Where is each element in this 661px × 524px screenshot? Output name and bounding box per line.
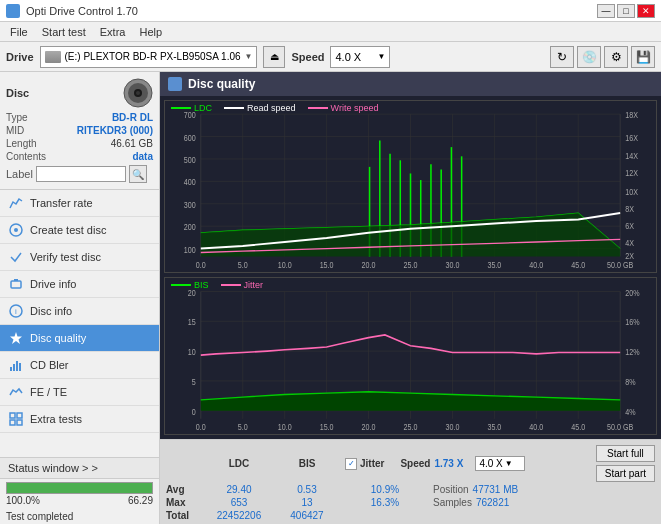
speed-select[interactable]: 4.0 X ▼ [330, 46, 390, 68]
progress-percent: 100.0% [6, 495, 40, 506]
svg-text:18X: 18X [625, 110, 638, 120]
sidebar-item-disc-info[interactable]: i Disc info [0, 298, 159, 325]
bis-col-header: BIS [277, 458, 337, 469]
verify-test-disc-label: Verify test disc [30, 251, 101, 263]
sidebar-item-verify-test-disc[interactable]: Verify test disc [0, 244, 159, 271]
ldc-avg-col: 29.40 [209, 484, 269, 495]
position-label: Position [433, 484, 469, 495]
start-buttons: Start full Start part [596, 445, 655, 482]
disc-panel: Disc Type BD-R DL MID RITEKDR3 (000) Len… [0, 72, 159, 190]
length-value: 46.61 GB [111, 138, 153, 149]
top-chart-legend: LDC Read speed Write speed [171, 103, 378, 113]
svg-text:10.0: 10.0 [278, 261, 292, 271]
svg-point-3 [136, 91, 140, 95]
sidebar-item-transfer-rate[interactable]: Transfer rate [0, 190, 159, 217]
bis-avg: 0.53 [297, 484, 316, 495]
drive-select[interactable]: (E:) PLEXTOR BD-R PX-LB950SA 1.06 ▼ [40, 46, 258, 68]
progress-bar-container [6, 482, 153, 494]
save-button[interactable]: 💾 [631, 46, 655, 68]
menu-file[interactable]: File [4, 25, 34, 39]
svg-text:14X: 14X [625, 151, 638, 161]
svg-rect-11 [10, 367, 12, 371]
jitter-checkbox[interactable]: ✓ [345, 458, 357, 470]
sidebar-item-drive-info[interactable]: Drive info [0, 271, 159, 298]
speed-label: Speed [291, 51, 324, 63]
close-button[interactable]: ✕ [637, 4, 655, 18]
jitter-color [221, 284, 241, 286]
status-window-label: Status window > > [8, 462, 98, 474]
cd-bler-label: CD Bler [30, 359, 69, 371]
stats-header-row: LDC BIS ✓ Jitter Speed 1.73 X 4.0 X ▼ [166, 443, 655, 482]
jitter-header-group: ✓ Jitter [345, 458, 384, 470]
svg-text:16%: 16% [625, 317, 640, 328]
contents-label: Contents [6, 151, 46, 162]
length-label: Length [6, 138, 37, 149]
write-speed-label: Write speed [331, 103, 379, 113]
menu-start-test[interactable]: Start test [36, 25, 92, 39]
drive-icon [45, 51, 61, 63]
svg-text:25.0: 25.0 [404, 421, 418, 432]
ldc-total: 22452206 [217, 510, 262, 521]
stats-bar: LDC BIS ✓ Jitter Speed 1.73 X 4.0 X ▼ [160, 439, 661, 524]
svg-point-5 [14, 228, 18, 232]
eject-button[interactable]: ⏏ [263, 46, 285, 68]
svg-rect-14 [19, 363, 21, 371]
refresh-button[interactable]: ↻ [550, 46, 574, 68]
minimize-button[interactable]: — [597, 4, 615, 18]
sidebar-item-disc-quality[interactable]: Disc quality [0, 325, 159, 352]
ldc-col-header: LDC [209, 458, 269, 469]
svg-text:50.0 GB: 50.0 GB [607, 421, 634, 432]
speed-select-value: 4.0 X [479, 458, 502, 469]
svg-text:200: 200 [184, 222, 196, 232]
sidebar-item-extra-tests[interactable]: Extra tests [0, 406, 159, 433]
max-row: Max 653 13 16.3% Samples 762821 [166, 497, 655, 508]
speed-select-box[interactable]: 4.0 X ▼ [475, 456, 525, 471]
menu-extra[interactable]: Extra [94, 25, 132, 39]
jitter-header: Jitter [360, 458, 384, 469]
fe-te-label: FE / TE [30, 386, 67, 398]
drivebar: Drive (E:) PLEXTOR BD-R PX-LB950SA 1.06 … [0, 42, 661, 72]
mid-label: MID [6, 125, 24, 136]
drive-info-icon [8, 276, 24, 292]
sidebar-item-create-test-disc[interactable]: Create test disc [0, 217, 159, 244]
disc-button[interactable]: 💿 [577, 46, 601, 68]
sidebar-item-fe-te[interactable]: FE / TE [0, 379, 159, 406]
top-chart: LDC Read speed Write speed [164, 100, 657, 273]
maximize-button[interactable]: □ [617, 4, 635, 18]
svg-text:16X: 16X [625, 133, 638, 143]
disc-header: Disc [6, 78, 153, 108]
avg-label: Avg [166, 484, 201, 495]
cd-bler-icon [8, 357, 24, 373]
menu-help[interactable]: Help [133, 25, 168, 39]
svg-rect-16 [17, 413, 22, 418]
max-label: Max [166, 497, 201, 508]
sidebar-item-cd-bler[interactable]: CD Bler [0, 352, 159, 379]
svg-text:300: 300 [184, 200, 196, 210]
titlebar-controls[interactable]: — □ ✕ [597, 4, 655, 18]
start-full-button[interactable]: Start full [596, 445, 655, 462]
status-window-button[interactable]: Status window > > [0, 458, 159, 479]
ldc-max-col: 653 [209, 497, 269, 508]
jitter-avg-col: 10.9% [345, 484, 425, 495]
content-area: Disc quality LDC Read speed Wr [160, 72, 661, 524]
start-part-button[interactable]: Start part [596, 465, 655, 482]
disc-length-row: Length 46.61 GB [6, 138, 153, 149]
svg-text:12X: 12X [625, 168, 638, 178]
progress-info: 100.0% 66.29 [6, 495, 153, 506]
bis-label: BIS [194, 280, 209, 290]
bis-header: BIS [299, 458, 316, 469]
bis-max-col: 13 [277, 497, 337, 508]
label-browse-button[interactable]: 🔍 [129, 165, 147, 183]
total-label: Total [166, 510, 201, 521]
label-input[interactable] [36, 166, 126, 182]
avg-row: Avg 29.40 0.53 10.9% Position 47731 MB [166, 484, 655, 495]
svg-text:i: i [15, 307, 17, 316]
create-test-disc-label: Create test disc [30, 224, 106, 236]
titlebar-left: Opti Drive Control 1.70 [6, 4, 138, 18]
status-section: Status window > > 100.0% 66.29 Test comp… [0, 457, 159, 524]
position-group: Position 47731 MB [433, 484, 518, 495]
legend-bis: BIS [171, 280, 209, 290]
svg-text:20%: 20% [625, 287, 640, 298]
disc-contents-row: Contents data [6, 151, 153, 162]
settings-button[interactable]: ⚙ [604, 46, 628, 68]
